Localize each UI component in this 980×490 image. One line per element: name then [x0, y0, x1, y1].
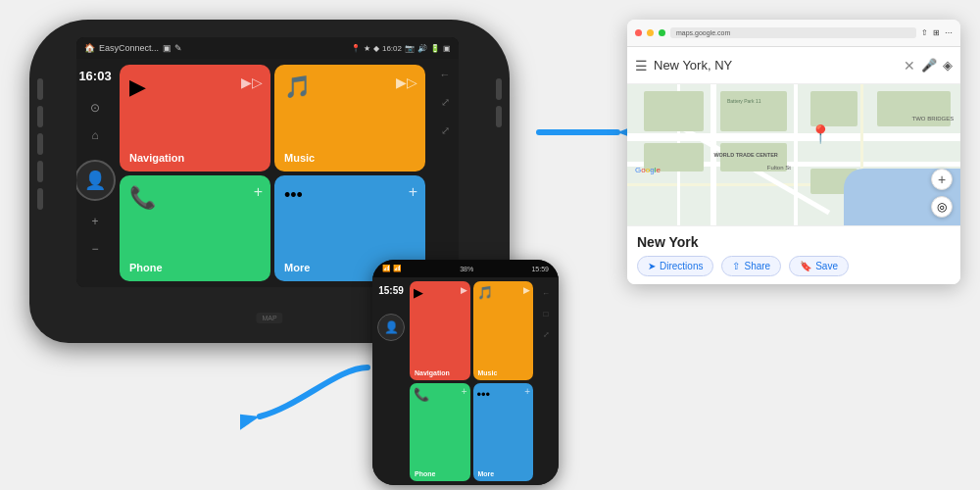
map-block-7 — [877, 91, 951, 126]
map-location-button[interactable]: ◎ — [931, 196, 953, 218]
back-icon[interactable]: ← — [440, 69, 451, 80]
maps-search-bar: ☰ New York, NY ✕ 🎤 ◈ — [627, 47, 960, 84]
more-tile-label: More — [284, 262, 310, 273]
expand-icon[interactable]: ⤢ — [441, 96, 450, 109]
chrome-tabs-icon[interactable]: ⊞ — [933, 28, 940, 37]
car-screen: 🏠 EasyConnect... ▣ ✎ 📍 ★ ◆ 16:02 📷 🔊 🔋 ▣… — [76, 37, 459, 287]
avatar[interactable]: 👤 — [76, 160, 116, 201]
map-panel: maps.google.com ⇧ ⊞ ⋯ ☰ New York, NY ✕ 🎤… — [627, 20, 960, 284]
map-label-2bridges: TWO BRIDGES — [912, 116, 955, 122]
phone-phone-plus: + — [462, 386, 467, 397]
side-btn-r2[interactable] — [496, 106, 502, 127]
phone-status-battery: 38% — [460, 266, 473, 272]
chrome-url-bar[interactable]: maps.google.com — [670, 27, 916, 38]
left-side-buttons — [37, 78, 43, 210]
screen-content: 16:03 ⊙ ⌂ 👤 + − ▶ ▶▷ Navigation — [76, 59, 459, 287]
arrow-right-svg — [529, 98, 627, 167]
phone-right-strip: ← □ ⤢ — [537, 281, 555, 481]
phone-more-label: More — [478, 470, 495, 477]
more-tile-icon: ••• — [284, 185, 303, 206]
car-time: 16:03 — [78, 69, 111, 83]
home-side-icon[interactable]: ⌂ — [91, 128, 98, 142]
phone-nav-arrow: ▶ — [461, 285, 467, 295]
directions-button[interactable]: ➤ Directions — [637, 256, 713, 276]
side-btn-vol-up[interactable] — [37, 106, 43, 127]
chrome-bar: maps.google.com ⇧ ⊞ ⋯ — [627, 20, 960, 47]
home-icon: 🏠 — [84, 43, 95, 53]
phone-pin-icon[interactable]: ⤢ — [543, 330, 550, 339]
chrome-max-btn[interactable] — [659, 29, 665, 36]
map-pin[interactable]: 📍 — [809, 123, 831, 145]
side-btn-power[interactable] — [37, 78, 43, 100]
chrome-settings-icon[interactable]: ⋯ — [945, 28, 953, 37]
maps-mic-icon[interactable]: 🎤 — [921, 58, 937, 73]
phone-music-arrow: ▶ — [523, 285, 530, 295]
status-right: 📍 ★ ◆ 16:02 📷 🔊 🔋 ▣ — [351, 44, 451, 53]
phone-square-icon[interactable]: □ — [544, 310, 549, 318]
phone-more-tile[interactable]: ••• + More — [473, 383, 534, 482]
map-block-1 — [644, 91, 704, 130]
screen-icon: ▣ — [443, 44, 451, 53]
phone-tile[interactable]: 📞 + Phone — [120, 175, 270, 282]
map-info-card: New York ➤ Directions ⇧ Share 🔖 Save — [627, 225, 960, 284]
road-v2 — [794, 84, 798, 225]
side-btn-back[interactable] — [37, 188, 43, 210]
phone-avatar[interactable]: 👤 — [377, 314, 405, 341]
maps-menu-icon[interactable]: ☰ — [635, 58, 648, 74]
phone-time: 15:59 — [378, 285, 404, 296]
nav-icon[interactable]: ⊙ — [90, 101, 100, 115]
nav-tile-label: Navigation — [129, 152, 184, 164]
app-name: EasyConnect... — [99, 43, 159, 53]
avatar-icon: 👤 — [84, 170, 106, 191]
side-btn-r1[interactable] — [496, 78, 502, 100]
volume-icon: 🔊 — [417, 44, 427, 53]
vol-minus-icon[interactable]: − — [91, 242, 98, 256]
map-label-park: Battery Park 11 — [727, 98, 760, 104]
map-area: WORLD TRADE CENTER Fulton St TWO BRIDGES… — [627, 84, 960, 225]
maps-search-field[interactable]: New York, NY — [654, 58, 898, 73]
nav-tile-icon: ▶ — [129, 74, 146, 100]
clock: 16:02 — [382, 44, 402, 53]
chrome-min-btn[interactable] — [647, 29, 654, 36]
pin-icon[interactable]: ⤢ — [441, 124, 450, 137]
status-left: 🏠 EasyConnect... ▣ ✎ — [84, 43, 182, 53]
phone-screen: 15:59 👤 ▶ ▶ Navigation 🎵 ▶ Music 📞 — [372, 277, 559, 485]
music-tile-icon: 🎵 — [284, 74, 311, 100]
chrome-close-btn[interactable] — [635, 29, 642, 36]
map-action-buttons: ➤ Directions ⇧ Share 🔖 Save — [637, 256, 951, 276]
nav-tile[interactable]: ▶ ▶▷ Navigation — [120, 65, 270, 172]
directions-icon: ➤ — [648, 261, 656, 271]
phone-phone-tile[interactable]: 📞 + Phone — [410, 383, 470, 482]
map-place-name: New York — [637, 234, 951, 250]
save-button[interactable]: 🔖 Save — [789, 256, 849, 276]
right-strip: ← ⤢ ⤢ — [431, 59, 459, 287]
location-icon: 📍 — [351, 44, 361, 53]
maps-layers-icon[interactable]: ◈ — [943, 58, 953, 73]
side-btn-vol-down[interactable] — [37, 133, 43, 155]
vol-plus-icon[interactable]: + — [91, 215, 98, 228]
share-button[interactable]: ⇧ Share — [721, 256, 781, 276]
left-sidebar: 16:03 ⊙ ⌂ 👤 + − — [76, 59, 114, 287]
status-icons: ▣ ✎ — [163, 43, 182, 53]
phone-nav-tile[interactable]: ▶ ▶ Navigation — [410, 281, 470, 380]
maps-clear-icon[interactable]: ✕ — [904, 58, 915, 74]
phone-tile-plus: + — [254, 183, 263, 201]
side-btn-home[interactable] — [37, 161, 43, 182]
phone-music-label: Music — [478, 369, 498, 376]
directions-label: Directions — [660, 261, 703, 271]
chrome-share-icon[interactable]: ⇧ — [921, 28, 928, 37]
share-icon: ⇧ — [732, 261, 740, 271]
phone-device: 📶 📶 38% 15:59 15:59 👤 ▶ ▶ Navigation 🎵 ▶ — [372, 260, 559, 485]
save-icon: 🔖 — [800, 261, 811, 271]
music-tile[interactable]: 🎵 ▶▷ Music — [274, 65, 425, 172]
phone-nav-label: Navigation — [415, 369, 450, 376]
phone-grid: ▶ ▶ Navigation 🎵 ▶ Music 📞 + Phone ••• + — [410, 281, 533, 481]
phone-back-icon[interactable]: ← — [542, 289, 550, 298]
app-grid: ▶ ▶▷ Navigation 🎵 ▶▷ Music 📞 + Phone — [114, 59, 431, 287]
phone-left-panel: 15:59 👤 — [376, 281, 406, 481]
phone-music-tile[interactable]: 🎵 ▶ Music — [473, 281, 534, 380]
phone-nav-icon: ▶ — [414, 285, 423, 300]
map-zoom-in-button[interactable]: + — [931, 169, 953, 190]
phone-avatar-icon: 👤 — [384, 320, 399, 334]
map-button[interactable]: MAP — [256, 313, 282, 323]
